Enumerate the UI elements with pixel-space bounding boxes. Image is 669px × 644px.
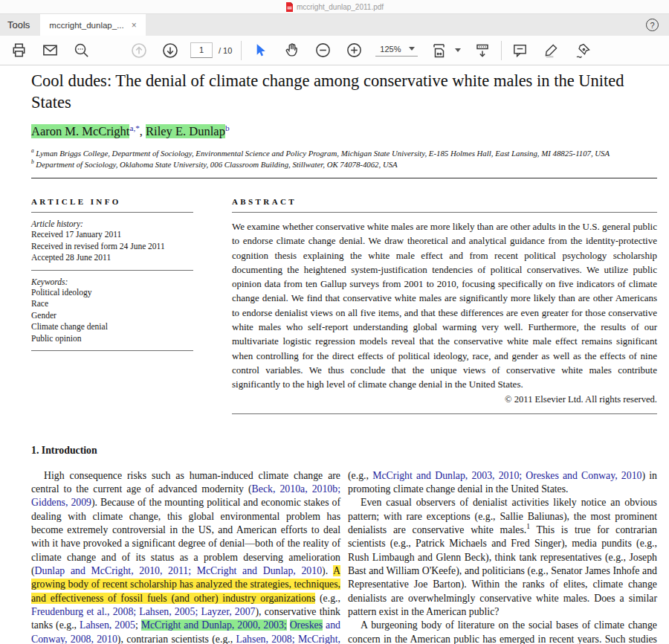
affiliation-line: a Lyman Briggs College, Department of So… (31, 148, 657, 159)
paragraph: High consequence risks such as human-ind… (31, 469, 340, 644)
highlight-button[interactable] (542, 41, 561, 60)
keyword-item: Climate change denial (31, 321, 193, 333)
citation-link[interactable]: Dunlap and McCright, 2010, 2011; McCrigh… (35, 565, 322, 576)
comment-button[interactable] (511, 41, 530, 60)
paragraph: (e.g., McCright and Dunlap, 2003, 2010; … (348, 469, 657, 497)
abstract-text: We examine whether conservative white ma… (232, 219, 657, 392)
hand-icon (283, 42, 300, 59)
window-title: mccright_dunlap_2011.pdf (297, 3, 384, 11)
citation-link[interactable]: Lahsen, 2005 (80, 619, 135, 631)
page-number-input[interactable]: 1 (190, 42, 213, 58)
tab-bar: Tools mccright_dunlap_... × ? (0, 13, 669, 36)
article-history-label: Article history: (31, 219, 193, 228)
tab-document[interactable]: mccright_dunlap_... × (40, 14, 145, 36)
rule (31, 270, 193, 271)
search-button[interactable] (71, 41, 91, 60)
abstract-heading: ABSTRACT (232, 197, 657, 206)
citation-link[interactable]: McCright and Dunlap, 2000, 2003; (141, 619, 287, 631)
right-column: (e.g., McCright and Dunlap, 2003, 2010; … (348, 469, 657, 644)
fit-width-button[interactable] (430, 41, 449, 60)
page-count-label: / 10 (219, 46, 232, 55)
zoom-in-button[interactable] (344, 41, 363, 60)
main-toolbar: 1 / 10 125% (0, 36, 669, 65)
hand-tool-button[interactable] (282, 41, 301, 60)
help-button[interactable]: ? (646, 19, 659, 31)
article-history-item: Received in revised form 24 June 2011 (31, 241, 193, 253)
print-icon (10, 42, 28, 59)
pdf-page: Cool dudes: The denial of climate change… (0, 65, 669, 644)
search-icon (73, 42, 90, 59)
highlighter-pen-icon (543, 42, 560, 59)
signature-pen-icon (574, 42, 592, 59)
article-history-list: Received 17 January 2011Received in revi… (31, 229, 193, 264)
text-run: Lyman Briggs College, Department of Soci… (34, 149, 610, 158)
copyright-notice: © 2011 Elsevier Ltd. All rights reserved… (232, 394, 657, 405)
previous-page-button[interactable] (129, 41, 149, 60)
keyword-item: Race (31, 298, 193, 310)
article-history-item: Received 17 January 2011 (31, 229, 193, 241)
zoom-level-value: 125% (380, 45, 401, 54)
text-run: ). (322, 565, 333, 576)
zoom-level-control[interactable]: 125% (375, 45, 417, 57)
arrow-down-circle-icon (161, 42, 179, 59)
article-history-item: Accepted 28 June 2011 (31, 252, 193, 264)
continuous-scroll-icon (474, 42, 491, 59)
paper-affiliations: a Lyman Briggs College, Department of So… (31, 148, 657, 170)
email-button[interactable] (40, 41, 59, 60)
text-run: ; (135, 619, 141, 631)
keyword-item: Gender (31, 310, 193, 322)
text-run: ). Because of the mounting political and… (31, 497, 340, 576)
paper-title: Cool dudes: The denial of climate change… (31, 70, 652, 113)
left-column: High consequence risks such as human-ind… (31, 469, 340, 644)
next-page-button[interactable] (161, 41, 180, 60)
text-run: Department of Sociology, Oklahoma State … (34, 160, 398, 169)
tab-close-icon[interactable]: × (132, 21, 137, 30)
email-icon (42, 42, 59, 59)
pdf-file-icon (285, 2, 294, 12)
pointer-icon (253, 42, 268, 58)
text-run: This is true for contrarian scientists (… (348, 524, 657, 617)
select-tool-button[interactable] (251, 41, 270, 60)
tab-document-label: mccright_dunlap_... (49, 21, 123, 30)
text-run: a,* (129, 123, 139, 132)
scroll-mode-button[interactable] (473, 41, 492, 60)
introduction-heading: 1. Introduction (31, 445, 657, 457)
minus-circle-icon (314, 42, 332, 59)
chevron-down-icon[interactable] (455, 48, 461, 52)
tabbar-spacer (146, 14, 646, 36)
two-column-body: High consequence risks such as human-ind… (31, 469, 657, 644)
keyword-item: Public opinion (31, 333, 193, 345)
rule (232, 212, 657, 213)
keywords-label: Keywords: (31, 277, 193, 286)
print-button[interactable] (9, 41, 28, 60)
abstract-column: ABSTRACT We examine whether conservative… (232, 197, 657, 414)
keywords-list: Political ideologyRaceGenderClimate chan… (31, 287, 193, 345)
chevron-down-icon (409, 47, 415, 51)
article-info-column: ARTICLE INFO Article history: Received 1… (31, 197, 193, 414)
toolbar-divider (501, 41, 502, 60)
rule (31, 212, 193, 213)
text-run: Aaron M. McCright (31, 124, 129, 138)
citation-link[interactable]: Oreskes (290, 619, 323, 631)
section-divider (31, 178, 657, 178)
tab-tools-label: Tools (7, 19, 30, 30)
meta-block: ARTICLE INFO Article history: Received 1… (31, 197, 657, 414)
plus-circle-icon (346, 42, 363, 59)
tab-tools[interactable]: Tools (0, 14, 40, 36)
arrow-up-circle-icon (130, 42, 148, 59)
keyword-item: Political ideology (31, 287, 193, 299)
paper-authors: Aaron M. McCrighta,*, Riley E. Dunlapb (31, 124, 657, 139)
paragraph: Even casual observers of denialist activ… (348, 496, 657, 619)
fit-width-icon (430, 42, 448, 59)
zoom-out-button[interactable] (313, 41, 332, 60)
comment-bubble-icon (511, 42, 529, 59)
sign-button[interactable] (573, 41, 592, 60)
toolbar-divider (241, 41, 242, 60)
window-titlebar: mccright_dunlap_2011.pdf (0, 0, 669, 13)
citation-link[interactable]: McCright and Dunlap, 2003, 2010; Oreskes… (372, 470, 641, 481)
rule (232, 413, 657, 414)
citation-link[interactable]: Freudenburg et al., 2008; Lahsen, 2005; … (31, 606, 255, 617)
rule (31, 350, 193, 351)
text-run: A burgeoning body of literature on the s… (348, 619, 657, 644)
affiliation-line: b Department of Sociology, Oklahoma Stat… (31, 159, 657, 170)
